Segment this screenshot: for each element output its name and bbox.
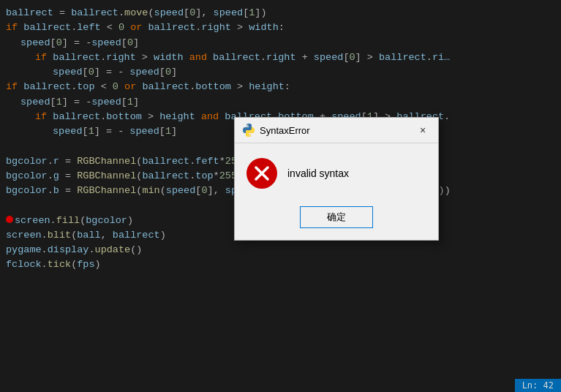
dialog-title-text: SyntaxError [260,125,310,136]
code-line: ballrect = ballrect . move ( speed [ 0 ]… [0,6,561,20]
dialog-close-button[interactable]: × [415,122,431,138]
syntax-error-dialog: SyntaxError × invalid syntax 确定 [234,117,439,241]
code-line: if ballrect . top < 0 or ballrect . bott… [0,80,561,94]
line-number-display: Ln: 42 [522,380,554,391]
error-icon [246,158,277,189]
dialog-body: invalid syntax [235,143,438,200]
code-line: speed [ 0 ] = - speed [ 0 ] [0,36,561,50]
code-line: if ballrect . right > width and ballrect… [0,50,561,65]
x-icon [252,164,271,183]
dialog-footer: 确定 [235,200,438,240]
breakpoint-dot [6,216,13,223]
ok-button[interactable]: 确定 [300,206,373,228]
code-line: speed [ 1 ] = - speed [ 1 ] [0,95,561,110]
error-message: invalid syntax [287,167,349,179]
dialog-titlebar: SyntaxError × [235,118,438,143]
code-line: if ballrect . left < 0 or ballrect . rig… [0,20,561,35]
code-line: pygame . display . update () [0,243,561,257]
code-line: fclock . tick ( fps ) [0,257,561,272]
status-bar: Ln: 42 [515,379,561,392]
code-line: speed [ 0 ] = - speed [ 0 ] [0,65,561,80]
dialog-title-left: SyntaxError [242,124,310,137]
python-icon [242,124,255,137]
